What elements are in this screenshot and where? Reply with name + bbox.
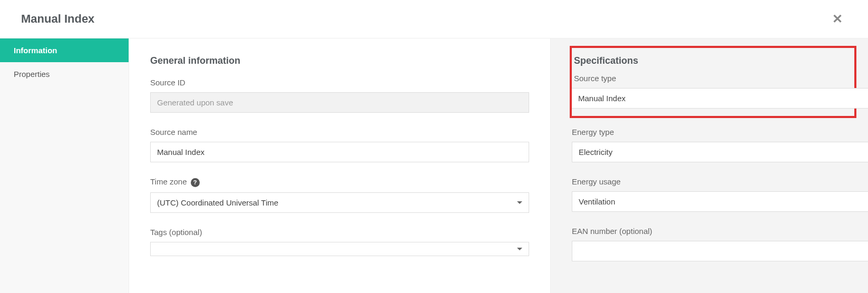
time-zone-group: Time zone ? (UTC) Coordinated Universal … <box>150 177 529 213</box>
ean-number-input[interactable] <box>572 241 868 261</box>
tags-group: Tags (optional) <box>150 228 529 256</box>
energy-type-label: Energy type <box>572 128 847 136</box>
energy-type-select[interactable]: Electricity <box>572 142 868 162</box>
sidebar: Information Properties <box>0 38 129 293</box>
source-name-group: Source name <box>150 128 529 162</box>
tags-label: Tags (optional) <box>150 228 529 237</box>
source-name-label: Source name <box>150 128 529 136</box>
source-id-input <box>150 92 529 113</box>
sidebar-item-label: Information <box>14 46 57 55</box>
specifications-title: Specifications <box>572 55 847 66</box>
source-id-label: Source ID <box>150 78 529 87</box>
help-icon[interactable]: ? <box>191 178 200 187</box>
close-icon: ✕ <box>832 12 843 26</box>
source-type-select[interactable]: Manual Index <box>572 88 868 109</box>
page-title: Manual Index <box>21 12 94 26</box>
energy-type-group: Energy type Electricity <box>572 128 847 162</box>
energy-usage-label: Energy usage <box>572 177 847 186</box>
time-zone-value: (UTC) Coordinated Universal Time <box>157 198 278 207</box>
source-type-highlight: Specifications Source type Manual Index <box>570 46 856 118</box>
chevron-down-icon <box>517 201 522 204</box>
general-info-title: General information <box>150 55 529 66</box>
source-type-label: Source type <box>572 74 847 83</box>
sidebar-item-information[interactable]: Information <box>0 38 129 62</box>
source-name-input[interactable] <box>150 142 529 162</box>
close-button[interactable]: ✕ <box>828 9 847 28</box>
tags-select[interactable] <box>150 242 529 256</box>
content-area: Information Properties General informati… <box>0 38 868 293</box>
sidebar-item-label: Properties <box>14 70 50 79</box>
time-zone-label: Time zone ? <box>150 177 529 187</box>
energy-usage-value: Ventilation <box>579 197 615 206</box>
energy-usage-select[interactable]: Ventilation <box>572 191 868 212</box>
chevron-down-icon <box>517 248 522 250</box>
ean-number-label: EAN number (optional) <box>572 227 847 236</box>
main-panel: General information Source ID Source nam… <box>129 38 550 293</box>
time-zone-select[interactable]: (UTC) Coordinated Universal Time <box>150 192 529 213</box>
energy-type-value: Electricity <box>579 148 612 157</box>
specifications-panel: Specifications Source type Manual Index … <box>550 38 868 293</box>
time-zone-label-text: Time zone <box>150 177 187 186</box>
ean-number-group: EAN number (optional) <box>572 227 847 261</box>
sidebar-item-properties[interactable]: Properties <box>0 62 129 86</box>
source-id-group: Source ID <box>150 78 529 113</box>
energy-usage-group: Energy usage Ventilation <box>572 177 847 212</box>
source-type-value: Manual Index <box>578 94 626 103</box>
header: Manual Index ✕ <box>0 0 868 38</box>
